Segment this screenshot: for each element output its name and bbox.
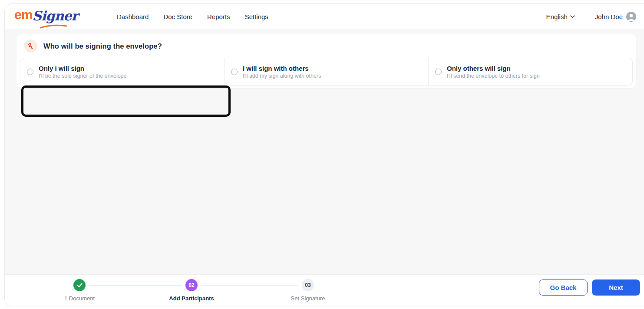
option-title: Only others will sign: [447, 65, 540, 72]
radio-only-others-sign[interactable]: [435, 69, 442, 75]
next-button[interactable]: Next: [592, 279, 640, 296]
logo-swoosh-icon: [40, 24, 70, 29]
logo-text-signer: Signer: [32, 8, 78, 23]
nav-reports[interactable]: Reports: [207, 13, 230, 20]
option-only-i-will-sign[interactable]: Only I will sign I'll be the sole signer…: [20, 58, 224, 85]
question-title-row: Who will be signing the envelope?: [17, 34, 636, 58]
option-text: I will sign with others I'll add my sign…: [243, 65, 321, 79]
user-name: John Doe: [595, 13, 623, 20]
step-2-circle: 02: [185, 279, 198, 291]
avatar-icon: [626, 12, 636, 22]
step-3-label: Set Signature: [291, 295, 325, 302]
option-subtitle: I'll send the envelope to others for sig…: [447, 73, 540, 79]
radio-sign-with-others[interactable]: [231, 69, 238, 75]
step-1-label: 1 Document: [64, 295, 95, 302]
option-title: I will sign with others: [243, 65, 321, 72]
footer-buttons: Go Back Next: [539, 279, 640, 296]
step-1-document[interactable]: 1 Document: [45, 279, 114, 302]
check-icon: [77, 283, 83, 288]
chevron-down-icon: [570, 15, 575, 18]
radio-only-i-will-sign[interactable]: [27, 69, 33, 75]
step-2-label: Add Participants: [169, 295, 214, 302]
step-3-circle: 03: [302, 279, 314, 291]
emsigner-app: em Signer Dashboard Doc Store Reports Se…: [0, 0, 644, 309]
signing-question-card: Who will be signing the envelope? Only I…: [17, 34, 636, 88]
option-subtitle: I'll be the sole signer of the envelope: [39, 73, 127, 79]
step-3-set-signature[interactable]: 03 Set Signature: [273, 279, 343, 302]
top-header: em Signer Dashboard Doc Store Reports Se…: [5, 4, 644, 30]
user-menu[interactable]: John Doe: [595, 12, 636, 22]
logo-text-em: em: [14, 7, 32, 22]
header-right: English John Doe: [546, 12, 636, 22]
language-dropdown[interactable]: English: [546, 13, 575, 20]
option-text: Only I will sign I'll be the sole signer…: [39, 65, 127, 79]
nav-doc-store[interactable]: Doc Store: [163, 13, 192, 20]
highlight-annotation-box: [21, 85, 231, 117]
option-sign-with-others[interactable]: I will sign with others I'll add my sign…: [224, 58, 428, 85]
footer-bar: 1 Document 02 Add Participants 03 Set Si…: [5, 274, 644, 306]
main-nav: Dashboard Doc Store Reports Settings: [117, 13, 268, 20]
main-content: Who will be signing the envelope? Only I…: [5, 30, 644, 274]
app-window: em Signer Dashboard Doc Store Reports Se…: [4, 3, 644, 306]
question-title: Who will be signing the envelope?: [43, 42, 162, 50]
signing-options: Only I will sign I'll be the sole signer…: [20, 58, 633, 85]
go-back-button[interactable]: Go Back: [539, 279, 588, 296]
nav-dashboard[interactable]: Dashboard: [117, 13, 149, 20]
emsigner-logo[interactable]: em Signer: [14, 7, 78, 23]
option-text: Only others will sign I'll send the enve…: [447, 65, 540, 79]
option-subtitle: I'll add my sign along with others: [243, 73, 321, 79]
option-title: Only I will sign: [39, 65, 127, 72]
signature-squiggle-icon: [24, 39, 37, 53]
option-only-others-sign[interactable]: Only others will sign I'll send the enve…: [428, 58, 632, 85]
step-1-circle: [73, 279, 86, 291]
language-label: English: [546, 13, 568, 20]
nav-settings[interactable]: Settings: [245, 13, 268, 20]
step-2-add-participants[interactable]: 02 Add Participants: [157, 279, 226, 302]
